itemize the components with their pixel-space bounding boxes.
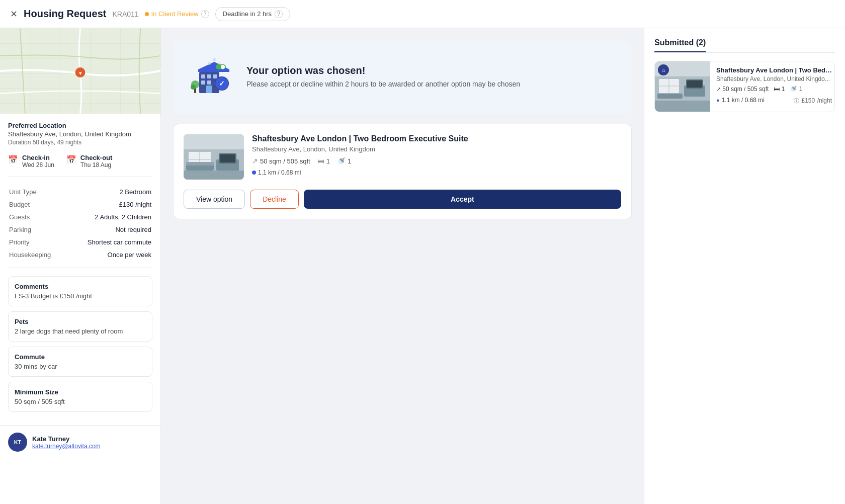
decline-button[interactable]: Decline bbox=[250, 190, 299, 209]
submitted-baths: 🚿 1 bbox=[790, 86, 802, 93]
svg-rect-39 bbox=[184, 171, 244, 180]
min-size-card: Minimum Size 50 sqm / 505 sqft bbox=[8, 382, 152, 412]
deadline-badge[interactable]: Deadline in 2 hrs ? bbox=[215, 7, 291, 21]
detail-label: Budget bbox=[9, 199, 65, 210]
svg-rect-13 bbox=[201, 74, 205, 78]
property-address: Shaftesbury Ave, London, United Kingdom bbox=[252, 145, 621, 153]
user-bar: KT Kate Turney kate.turney@altovita.com bbox=[0, 425, 160, 459]
status-label: In Client Review bbox=[151, 10, 199, 18]
submitted-property-meta: ↗ 50 sqm / 505 sqft 🛏 1 🚿 1 bbox=[716, 86, 832, 93]
detail-value: £130 /night bbox=[66, 199, 151, 210]
property-image bbox=[184, 134, 244, 180]
price-unit: /night bbox=[817, 97, 832, 104]
submitted-property-name: Shaftesbury Ave London | Two Bedro... bbox=[716, 66, 832, 74]
detail-value: 2 Bedroom bbox=[66, 186, 151, 198]
detail-label: Priority bbox=[9, 236, 65, 248]
svg-text:▾: ▾ bbox=[78, 70, 82, 76]
property-meta: ↗ 50 sqm / 505 sqft 🛏 1 🚿 1 bbox=[252, 157, 621, 165]
status-dot bbox=[145, 12, 149, 16]
svg-rect-15 bbox=[213, 74, 217, 78]
svg-point-24 bbox=[191, 85, 196, 90]
status-badge: In Client Review ? bbox=[145, 10, 209, 18]
view-option-button[interactable]: View option bbox=[184, 190, 245, 209]
notification-title: Your option was chosen! bbox=[246, 65, 520, 76]
price-help-icon: ⓘ bbox=[794, 98, 799, 104]
detail-row: PriorityShortest car commute bbox=[9, 236, 151, 248]
submitted-price: ⓘ £150 /night bbox=[794, 96, 832, 105]
submitted-bath-icon: 🚿 bbox=[790, 86, 797, 93]
page-title: Housing Request bbox=[24, 8, 106, 20]
pets-label: Pets bbox=[15, 318, 146, 325]
svg-point-21 bbox=[221, 65, 225, 69]
svg-rect-14 bbox=[207, 74, 211, 78]
right-panel: Submitted (2) bbox=[644, 28, 845, 504]
commute-card: Commute 30 mins by car bbox=[8, 347, 152, 377]
deadline-label: Deadline in 2 hrs bbox=[223, 10, 272, 18]
detail-row: Unit Type2 Bedroom bbox=[9, 186, 151, 198]
map-svg: ▾ bbox=[0, 28, 160, 114]
checkin-icon: 📅 bbox=[8, 155, 18, 164]
bath-icon: 🚿 bbox=[337, 157, 346, 165]
submitted-info: Shaftesbury Ave London | Two Bedro... Sh… bbox=[710, 61, 835, 112]
svg-rect-50 bbox=[655, 101, 710, 112]
detail-value: Once per week bbox=[66, 249, 151, 261]
svg-text:✓: ✓ bbox=[219, 79, 225, 88]
svg-point-30 bbox=[218, 62, 220, 64]
submitted-image: ⌂ bbox=[655, 61, 710, 112]
submitted-badge: ⌂ bbox=[658, 64, 669, 75]
status-help-icon[interactable]: ? bbox=[201, 10, 209, 18]
close-icon[interactable]: ✕ bbox=[10, 9, 18, 20]
submitted-property-address: Shaftesbury Ave, London, United Kingdo..… bbox=[716, 75, 832, 82]
property-distance: 1.1 km / 0.68 mi bbox=[252, 169, 621, 176]
property-image-inner bbox=[184, 134, 244, 180]
detail-label: Guests bbox=[9, 211, 65, 223]
check-row: 📅 Check-in Wed 28 Jun 📅 Check-out Thu 18… bbox=[8, 154, 152, 177]
preferred-location: Preferred Location Shaftesbury Ave, Lond… bbox=[8, 122, 152, 146]
details-table: Unit Type2 BedroomBudget£130 /nightGuest… bbox=[8, 185, 152, 268]
detail-label: Unit Type bbox=[9, 186, 65, 198]
checkout-item: 📅 Check-out Thu 18 Aug bbox=[66, 154, 113, 169]
notification-illustration: ✓ bbox=[189, 54, 234, 100]
submitted-card-inner: ⌂ Shaftesbury Ave London | Two Bedro... … bbox=[655, 61, 834, 112]
checkout-icon: 📅 bbox=[66, 155, 76, 164]
commute-label: Commute bbox=[15, 353, 146, 361]
submitted-bottom: ● 1.1 km / 0.68 mi ⓘ £150 /night bbox=[716, 96, 832, 105]
size-icon: ↗ bbox=[252, 157, 258, 165]
distance-dot bbox=[252, 171, 256, 175]
comments-value: FS-3 Budget is £150 /night bbox=[15, 292, 146, 300]
preferred-location-label: Preferred Location bbox=[8, 122, 152, 129]
accept-button[interactable]: Accept bbox=[304, 190, 621, 209]
submitted-size: ↗ 50 sqm / 505 sqft bbox=[716, 86, 769, 93]
preferred-location-address: Shaftesbury Ave, London, United Kingdom bbox=[8, 130, 152, 138]
duration: Duration 50 days, 49 nights bbox=[8, 139, 152, 146]
detail-row: ParkingNot required bbox=[9, 224, 151, 235]
submitted-header: Submitted (2) bbox=[654, 38, 835, 53]
submitted-size-icon: ↗ bbox=[716, 86, 721, 92]
notification-text: Your option was chosen! Please accept or… bbox=[246, 65, 520, 90]
min-size-value: 50 sqm / 505 sqft bbox=[15, 398, 146, 405]
property-bedrooms: 🛏 1 bbox=[317, 157, 330, 165]
checkout-value: Thu 18 Aug bbox=[80, 161, 113, 169]
submitted-beds: 🛏 1 bbox=[774, 86, 785, 93]
user-email[interactable]: kate.turney@altovita.com bbox=[32, 443, 101, 450]
request-id: KRA011 bbox=[112, 10, 138, 18]
min-size-label: Minimum Size bbox=[15, 388, 146, 396]
svg-rect-51 bbox=[657, 94, 683, 99]
svg-rect-17 bbox=[207, 80, 211, 85]
submitted-card[interactable]: ⌂ Shaftesbury Ave London | Two Bedro... … bbox=[654, 61, 835, 112]
property-card: Shaftesbury Ave London | Two Bedroom Exe… bbox=[173, 124, 632, 219]
property-details: Shaftesbury Ave London | Two Bedroom Exe… bbox=[252, 134, 621, 180]
notification-card: ✓ Your option was chosen! Please accept … bbox=[173, 40, 632, 114]
detail-row: Guests2 Adults, 2 Children bbox=[9, 211, 151, 223]
svg-rect-38 bbox=[220, 154, 235, 162]
checkout-label: Check-out bbox=[80, 154, 113, 161]
commute-value: 30 mins by car bbox=[15, 363, 146, 370]
property-inner: Shaftesbury Ave London | Two Bedroom Exe… bbox=[184, 134, 621, 180]
comments-label: Comments bbox=[15, 283, 146, 290]
detail-value: Not required bbox=[66, 224, 151, 235]
submitted-title: Submitted (2) bbox=[654, 38, 706, 52]
property-size: ↗ 50 sqm / 505 sqft bbox=[252, 157, 310, 165]
pets-card: Pets 2 large dogs that need plenty of ro… bbox=[8, 311, 152, 342]
detail-label: Housekeeping bbox=[9, 249, 65, 261]
deadline-help-icon[interactable]: ? bbox=[275, 10, 283, 18]
